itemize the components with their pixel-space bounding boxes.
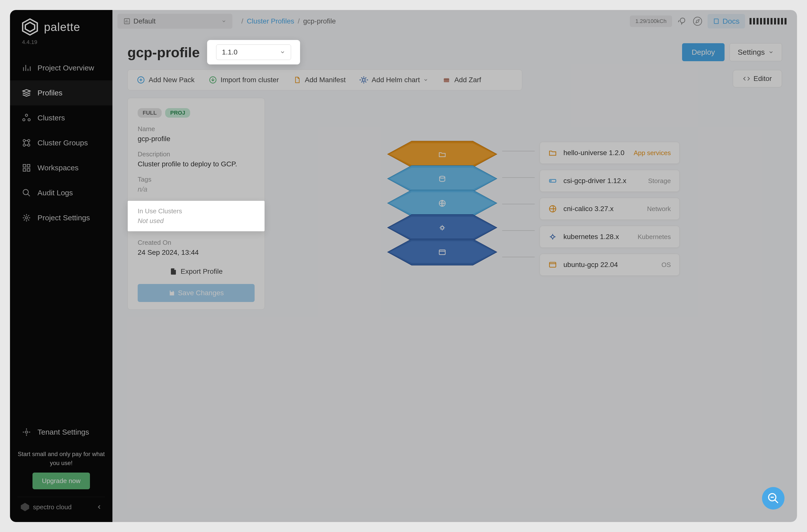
breadcrumb-current: gcp-profile [303, 17, 336, 25]
created-label: Created On [138, 239, 255, 247]
svg-point-7 [23, 144, 25, 146]
chart-icon [22, 63, 31, 72]
sidebar-item-project-settings[interactable]: Project Settings [10, 205, 112, 230]
layer-card-3[interactable]: kubernetes 1.28.x Kubernetes [540, 226, 680, 248]
chevron-left-icon[interactable] [96, 504, 102, 510]
export-profile-button[interactable]: Export Profile [138, 264, 255, 279]
layer-card-1[interactable]: csi-gcp-driver 1.12.x Storage [540, 170, 680, 192]
window-icon [438, 248, 446, 256]
download-circle-icon [209, 76, 217, 84]
sidebar-item-tenant-settings[interactable]: Tenant Settings [10, 420, 112, 444]
svg-marker-1 [25, 22, 35, 32]
nav-label: Project Settings [37, 213, 90, 222]
name-value: gcp-profile [138, 135, 255, 143]
svg-point-13 [23, 190, 29, 195]
layer-name: ubuntu-gcp 22.04 [563, 261, 655, 269]
svg-rect-12 [27, 169, 30, 171]
sidebar-item-clusters[interactable]: Clusters [10, 106, 112, 130]
version-select[interactable]: 1.1.0 [216, 44, 291, 60]
name-label: Name [138, 125, 255, 133]
layer-type: Kubernetes [638, 233, 671, 241]
svg-rect-9 [23, 165, 26, 167]
add-pack-button[interactable]: Add New Pack [137, 76, 195, 84]
main-nav: Project Overview Profiles Clusters Clust… [10, 55, 112, 420]
layers-icon [22, 89, 31, 97]
svg-point-3 [23, 119, 25, 121]
editor-label: Editor [753, 75, 772, 83]
topbar: Default / Cluster Profiles / gcp-profile… [112, 10, 797, 33]
sidebar-item-audit-logs[interactable]: Audit Logs [10, 180, 112, 205]
page-title: gcp-profile [127, 44, 200, 60]
editor-button[interactable]: Editor [733, 70, 782, 88]
search-icon [22, 188, 31, 197]
layer-cards: hello-universe 1.2.0 App services csi-gc… [540, 142, 680, 276]
svg-point-38 [551, 180, 551, 181]
svg-point-21 [362, 78, 365, 81]
nav-label: Workspaces [37, 164, 79, 172]
help-fab[interactable] [762, 487, 785, 510]
chevron-down-icon [280, 50, 285, 55]
chat-icon[interactable] [677, 16, 688, 27]
layer-stack-visualization: hello-universe 1.2.0 App services csi-gc… [275, 98, 782, 310]
badge-full: FULL [138, 108, 162, 118]
content-area: FULL PROJ Name gcp-profile Description C… [112, 98, 797, 310]
nav-label: Profiles [37, 89, 62, 97]
disk-icon [548, 176, 557, 185]
nav-label: Audit Logs [37, 189, 73, 197]
svg-point-15 [25, 431, 28, 433]
compass-icon[interactable] [692, 16, 703, 27]
action-label: Import from cluster [221, 76, 279, 84]
upgrade-text: Start small and only pay for what you us… [18, 450, 105, 468]
export-label: Export Profile [181, 267, 223, 276]
deploy-button[interactable]: Deploy [682, 43, 724, 61]
upgrade-button[interactable]: Upgrade now [33, 473, 90, 489]
svg-point-14 [25, 217, 28, 219]
layer-type: App services [634, 149, 671, 157]
svg-point-33 [441, 227, 444, 229]
sidebar-item-workspaces[interactable]: Workspaces [10, 155, 112, 180]
svg-point-6 [28, 140, 30, 142]
save-icon [168, 290, 175, 296]
import-cluster-button[interactable]: Import from cluster [209, 76, 279, 84]
svg-point-18 [693, 17, 701, 25]
footer-brand: spectro cloud [33, 503, 72, 511]
version-value: 1.1.0 [222, 48, 237, 56]
folder-icon [438, 150, 446, 158]
sidebar-item-project-overview[interactable]: Project Overview [10, 55, 112, 80]
user-barcode [750, 18, 787, 24]
add-helm-button[interactable]: Add Helm chart [359, 76, 428, 84]
scope-select[interactable]: Default [117, 14, 232, 29]
sidebar-item-cluster-groups[interactable]: Cluster Groups [10, 130, 112, 155]
add-manifest-button[interactable]: Add Manifest [293, 76, 345, 84]
spectro-logo-icon [20, 502, 30, 512]
version-select-highlight: 1.1.0 [207, 40, 300, 64]
sidebar: palette 4.4.19 Project Overview Profiles… [10, 10, 112, 522]
badge-proj: PROJ [165, 108, 190, 118]
layer-name: cni-calico 3.27.x [563, 205, 641, 213]
layer-card-4[interactable]: ubuntu-gcp 22.04 OS [540, 254, 680, 276]
layer-card-2[interactable]: cni-calico 3.27.x Network [540, 198, 680, 220]
save-label: Save Changes [178, 289, 224, 297]
logo: palette [10, 10, 112, 39]
nav-label: Tenant Settings [37, 428, 89, 436]
settings-button[interactable]: Settings [730, 43, 782, 61]
tags-label: Tags [138, 176, 255, 183]
breadcrumb-parent[interactable]: Cluster Profiles [247, 17, 294, 25]
gear-icon [22, 213, 31, 222]
layer-name: hello-universe 1.2.0 [563, 149, 627, 157]
nav-label: Clusters [37, 114, 65, 122]
sidebar-item-profiles[interactable]: Profiles [10, 80, 112, 106]
svg-point-2 [25, 114, 28, 116]
profile-info-card: FULL PROJ Name gcp-profile Description C… [127, 98, 265, 310]
created-value: 24 Sep 2024, 13:44 [138, 248, 255, 256]
svg-point-5 [23, 140, 25, 142]
layer-card-0[interactable]: hello-universe 1.2.0 App services [540, 142, 680, 164]
folder-icon [548, 149, 557, 157]
nav-label: Cluster Groups [37, 139, 88, 147]
docs-button[interactable]: Docs [708, 14, 745, 28]
save-changes-button[interactable]: Save Changes [138, 284, 255, 302]
add-zarf-button[interactable]: Add Zarf [442, 76, 481, 84]
helm-icon [438, 224, 446, 232]
docs-label: Docs [722, 17, 739, 25]
search-zoom-icon [767, 492, 780, 505]
